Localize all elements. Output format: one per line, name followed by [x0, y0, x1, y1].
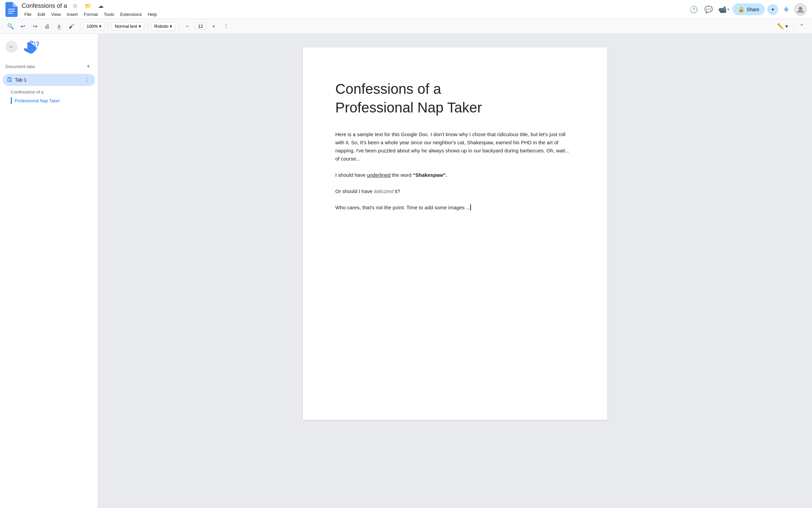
undo-button[interactable]: ↩	[18, 21, 28, 31]
add-tab-button[interactable]: +	[84, 62, 92, 70]
paragraph3-italic: italicized	[374, 188, 393, 194]
outline-item-1-text: Confessions of a	[11, 89, 44, 94]
svg-rect-0	[8, 9, 15, 9]
font-size-increase[interactable]: +	[209, 21, 219, 31]
comment-button[interactable]: 💬	[703, 3, 715, 16]
tab1-item[interactable]: Tab 1 ⋮	[3, 74, 95, 86]
pointing-hand-icon	[20, 38, 42, 56]
edit-icon: ✏️	[777, 23, 784, 29]
tab1-icon	[7, 77, 12, 83]
font-size-decrease[interactable]: −	[182, 21, 193, 31]
svg-rect-2	[8, 13, 13, 14]
text-style-value: Normal text	[115, 24, 137, 29]
top-bar-right: 🕐 💬 📹▾ 🔒 Share ▾	[688, 3, 807, 16]
paragraph1: Here is a sample text for this Google Do…	[335, 130, 575, 163]
history-button[interactable]: 🕐	[688, 3, 700, 16]
document-title: Confessions of a Professional Nap Taker	[335, 80, 575, 117]
menu-insert[interactable]: Insert	[64, 11, 81, 18]
outline-section: Confessions of a Professional Nap Taker	[0, 87, 98, 107]
zoom-value: 100%	[87, 24, 98, 29]
more-options-button[interactable]: ⋮	[221, 21, 231, 31]
paragraph1-text: Here is a sample text for this Google Do…	[335, 131, 569, 162]
style-chevron: ▾	[139, 24, 141, 29]
gemini-button[interactable]	[781, 4, 792, 15]
svg-rect-9	[8, 79, 11, 79]
menu-format[interactable]: Format	[81, 11, 100, 18]
sidebar: ← Document tabs +	[0, 34, 98, 508]
doc-tabs-header: Document tabs +	[0, 60, 98, 73]
google-docs-icon	[5, 2, 18, 17]
outline-item-2[interactable]: Professional Nap Taker	[0, 96, 98, 105]
menu-help[interactable]: Help	[145, 11, 160, 18]
content-area[interactable]: Confessions of a Professional Nap Taker …	[98, 34, 812, 508]
menu-bar: File Edit View Insert Format Tools Exten…	[22, 11, 160, 18]
share-button[interactable]: 🔒 Share	[732, 3, 765, 15]
menu-extensions[interactable]: Extensions	[117, 11, 144, 18]
menu-view[interactable]: View	[48, 11, 63, 18]
toolbar-right: ✏️ ▾ ⌃	[774, 21, 807, 31]
text-style-dropdown[interactable]: Normal text ▾	[112, 22, 144, 30]
menu-tools[interactable]: Tools	[101, 11, 117, 18]
paragraph3-prefix: Or should I have	[335, 188, 374, 194]
divider2	[108, 22, 108, 30]
paragraph3-suffix: it?	[393, 188, 400, 194]
share-dropdown-button[interactable]: ▾	[767, 4, 778, 15]
paragraph2-bold: “Shakespaw”.	[413, 172, 447, 178]
outline-item-2-text: Professional Nap Taker	[15, 98, 60, 103]
tab1-menu-button[interactable]: ⋮	[83, 76, 91, 84]
paragraph4-text: Who cares, that's not the point. Time to…	[335, 205, 470, 210]
main-layout: ← Document tabs +	[0, 34, 812, 508]
spellcheck-button[interactable]: A̲	[54, 21, 64, 31]
tab1-label: Tab 1	[15, 77, 80, 83]
divider1	[80, 22, 80, 30]
font-size-box[interactable]: 12	[195, 23, 207, 30]
collapse-button[interactable]: ⌃	[796, 21, 807, 31]
svg-rect-1	[8, 11, 15, 12]
folder-button[interactable]: 📁	[83, 1, 93, 10]
svg-rect-10	[8, 80, 11, 80]
title-section: Confessions of a ☆ 📁 ☁ File Edit View In…	[22, 1, 160, 18]
paint-format-button[interactable]: 🖌	[66, 21, 76, 31]
edit-chevron: ▾	[785, 23, 788, 29]
title-line1: Confessions of a	[335, 81, 441, 97]
share-label: Share	[747, 7, 759, 12]
paragraph2-prefix: I should have	[335, 172, 367, 178]
zoom-control: 100% ▾	[84, 22, 105, 30]
zoom-chevron: ▾	[99, 24, 102, 29]
font-value: Roboto	[154, 24, 168, 29]
star-button[interactable]: ☆	[70, 1, 80, 10]
print-button[interactable]: 🖨	[42, 21, 52, 31]
doc-title[interactable]: Confessions of a	[22, 2, 67, 9]
title-line2: Professional Nap Taker	[335, 100, 482, 115]
user-avatar[interactable]	[794, 3, 807, 16]
divider4	[179, 22, 179, 30]
paragraph2-underlined: underlined	[367, 172, 390, 178]
cloud-button[interactable]: ☁	[96, 1, 106, 10]
edit-mode-button[interactable]: ✏️ ▾	[774, 21, 791, 31]
svg-rect-11	[8, 81, 10, 81]
video-button[interactable]: 📹▾	[718, 3, 730, 16]
font-dropdown[interactable]: Roboto ▾	[151, 22, 175, 30]
toolbar: 🔍 ↩ ↪ 🖨 A̲ 🖌 100% ▾ Normal text ▾ Roboto…	[0, 19, 812, 34]
font-chevron: ▾	[170, 24, 172, 29]
redo-button[interactable]: ↪	[30, 21, 40, 31]
paragraph3: Or should I have italicized it?	[335, 187, 575, 195]
zoom-dropdown[interactable]: 100% ▾	[84, 22, 105, 30]
sidebar-top: ←	[0, 34, 98, 60]
search-button[interactable]: 🔍	[5, 21, 16, 31]
top-bar: Confessions of a ☆ 📁 ☁ File Edit View In…	[0, 0, 812, 19]
font-size-value: 12	[198, 24, 203, 29]
paragraph4: Who cares, that's not the point. Time to…	[335, 204, 575, 212]
menu-edit[interactable]: Edit	[35, 11, 48, 18]
doc-page[interactable]: Confessions of a Professional Nap Taker …	[303, 47, 607, 420]
paragraph2: I should have underlined the word “Shake…	[335, 171, 575, 179]
paragraph2-suffix: the word	[390, 172, 413, 178]
text-cursor	[470, 204, 471, 210]
menu-file[interactable]: File	[22, 11, 34, 18]
divider3	[148, 22, 148, 30]
active-indicator	[11, 97, 12, 104]
outline-item-1[interactable]: Confessions of a	[0, 88, 98, 96]
doc-tabs-label: Document tabs	[5, 64, 35, 69]
back-button[interactable]: ←	[5, 41, 18, 53]
divider5	[793, 22, 794, 30]
